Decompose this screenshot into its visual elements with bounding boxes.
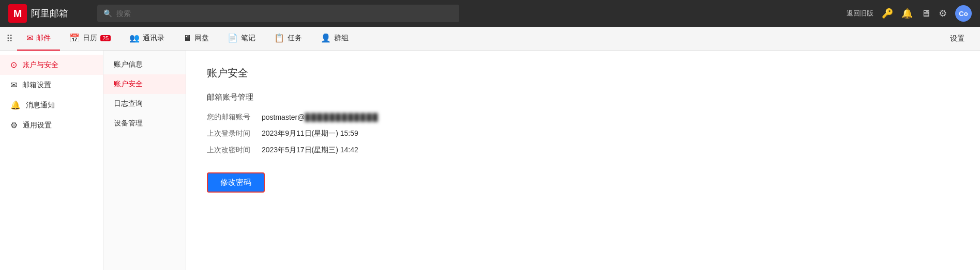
email-masked: ████████████ xyxy=(305,113,379,121)
account-security-icon: ⊙ xyxy=(10,60,17,70)
screen-icon[interactable]: 🖥 xyxy=(921,8,930,19)
settings-icon[interactable]: ⚙ xyxy=(939,8,947,19)
search-icon: 🔍 xyxy=(103,9,112,18)
general-settings-icon: ⚙ xyxy=(10,120,18,130)
avatar[interactable]: Co xyxy=(955,5,972,22)
nav-item-tasks-label: 任务 xyxy=(288,34,302,43)
calendar-nav-icon: 📅 xyxy=(69,33,80,43)
sidebar-item-general-settings[interactable]: ⚙ 通用设置 xyxy=(0,115,103,135)
calendar-badge: 25 xyxy=(100,35,111,41)
last-pwd-value: 2023年5月17日(星期三) 14:42 xyxy=(262,146,358,155)
nav-item-mail[interactable]: ✉ 邮件 xyxy=(17,27,60,51)
nav-item-groups[interactable]: 👤 群组 xyxy=(311,27,358,51)
section-title: 邮箱账号管理 xyxy=(207,92,959,102)
last-pwd-row: 上次改密时间 2023年5月17日(星期三) 14:42 xyxy=(207,146,959,155)
nav-settings[interactable]: 设置 xyxy=(941,27,974,51)
sidebar: ⊙ 账户与安全 ✉ 邮箱设置 🔔 消息通知 ⚙ 通用设置 xyxy=(0,51,103,270)
change-password-button[interactable]: 修改密码 xyxy=(207,172,265,193)
notifications-icon: 🔔 xyxy=(10,100,21,110)
sidebar-item-notifications[interactable]: 🔔 消息通知 xyxy=(0,95,103,115)
key-icon[interactable]: 🔑 xyxy=(882,8,893,19)
header: M 阿里邮箱 🔍 返回旧版 🔑 🔔 🖥 ⚙ Co xyxy=(0,0,980,27)
last-pwd-label: 上次改密时间 xyxy=(207,146,253,155)
search-input[interactable] xyxy=(116,9,453,18)
email-row: 您的邮箱账号 postmaster@████████████ xyxy=(207,113,959,122)
nav-item-contacts[interactable]: 👥 通讯录 xyxy=(120,27,174,51)
mail-nav-icon: ✉ xyxy=(26,33,33,43)
header-right: 返回旧版 🔑 🔔 🖥 ⚙ Co xyxy=(847,5,972,22)
email-label: 您的邮箱账号 xyxy=(207,113,253,122)
return-old-btn[interactable]: 返回旧版 xyxy=(847,9,873,18)
nav-item-mail-label: 邮件 xyxy=(36,34,51,43)
email-value: postmaster@████████████ xyxy=(262,113,379,121)
search-bar[interactable]: 🔍 xyxy=(97,5,459,22)
last-login-row: 上次登录时间 2023年9月11日(星期一) 15:59 xyxy=(207,129,959,138)
notes-nav-icon: 📄 xyxy=(228,33,238,43)
nav-item-calendar[interactable]: 📅 日历 25 xyxy=(60,27,120,51)
sidebar-item-account-security[interactable]: ⊙ 账户与安全 xyxy=(0,55,103,75)
tasks-nav-icon: 📋 xyxy=(274,33,284,43)
logo-area: M 阿里邮箱 xyxy=(8,4,91,23)
sub-sidebar-device-management[interactable]: 设备管理 xyxy=(103,114,186,133)
nav-item-drive-label: 网盘 xyxy=(194,34,209,43)
contacts-nav-icon: 👥 xyxy=(129,33,140,43)
grid-icon[interactable]: ⠿ xyxy=(6,33,13,44)
nav-item-groups-label: 群组 xyxy=(334,34,349,43)
groups-nav-icon: 👤 xyxy=(321,33,331,43)
mailbox-settings-icon: ✉ xyxy=(10,80,17,90)
main-layout: ⊙ 账户与安全 ✉ 邮箱设置 🔔 消息通知 ⚙ 通用设置 账户信息 账户安全 日… xyxy=(0,51,980,270)
sidebar-item-mailbox-settings[interactable]: ✉ 邮箱设置 xyxy=(0,75,103,95)
content-title: 账户安全 xyxy=(207,66,959,80)
sub-sidebar-account-security[interactable]: 账户安全 xyxy=(103,74,186,94)
nav-item-notes[interactable]: 📄 笔记 xyxy=(218,27,265,51)
nav-item-calendar-label: 日历 xyxy=(83,34,97,43)
sub-sidebar-log-query[interactable]: 日志查询 xyxy=(103,94,186,114)
navbar: ⠿ ✉ 邮件 📅 日历 25 👥 通讯录 🖥 网盘 📄 笔记 📋 任务 👤 群组… xyxy=(0,27,980,51)
drive-nav-icon: 🖥 xyxy=(183,34,191,43)
nav-item-drive[interactable]: 🖥 网盘 xyxy=(174,27,218,51)
sub-sidebar-account-info[interactable]: 账户信息 xyxy=(103,55,186,74)
nav-item-contacts-label: 通讯录 xyxy=(143,34,164,43)
nav-item-notes-label: 笔记 xyxy=(241,34,255,43)
last-login-label: 上次登录时间 xyxy=(207,129,253,138)
logo-text: 阿里邮箱 xyxy=(31,7,68,20)
logo-icon: M xyxy=(8,4,27,23)
nav-item-tasks[interactable]: 📋 任务 xyxy=(265,27,311,51)
last-login-value: 2023年9月11日(星期一) 15:59 xyxy=(262,129,358,138)
bell-icon[interactable]: 🔔 xyxy=(901,8,913,19)
sub-sidebar: 账户信息 账户安全 日志查询 设备管理 xyxy=(103,51,186,270)
content-area: 账户安全 邮箱账号管理 您的邮箱账号 postmaster@██████████… xyxy=(186,51,980,270)
